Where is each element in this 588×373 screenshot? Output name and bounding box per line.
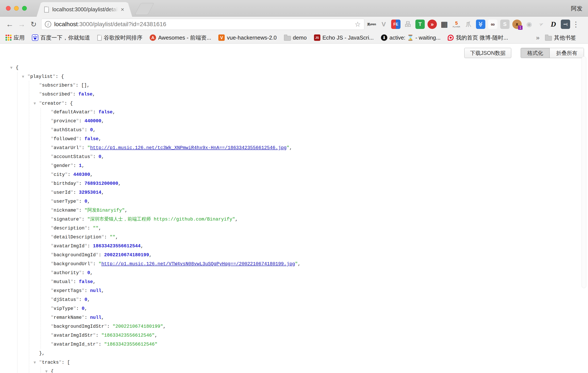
json-key: authority xyxy=(53,270,79,276)
json-key-quote: " xyxy=(59,360,62,365)
json-colon: : xyxy=(93,261,98,267)
bookmark-vue-hackernews[interactable]: Vvue-hackernews-2.0 xyxy=(218,34,277,41)
json-node: "city": 440300, xyxy=(45,170,588,179)
json-node: "avatarImgId": 18633423556612544, xyxy=(45,242,588,251)
double-down-icon[interactable]: ≫ xyxy=(476,20,485,29)
scrollbar-thumb[interactable] xyxy=(582,56,586,288)
json-key-quote: " xyxy=(51,324,53,329)
ellipsis-box-icon[interactable]: •••| xyxy=(561,20,570,29)
close-window-button[interactable] xyxy=(6,6,11,11)
bookmark-apps[interactable]: 应用 xyxy=(6,34,25,42)
json-key-quote: " xyxy=(51,226,53,231)
json-node: "detailDescription": "", xyxy=(45,233,588,242)
back-button[interactable]: ← xyxy=(4,21,16,28)
bookmark-label: Awesomes - 前端资... xyxy=(158,34,211,42)
json-value: 0 xyxy=(82,306,84,311)
json-link[interactable]: http://p1.music.126.net/tc3Wk_XNPmwiR4hx… xyxy=(90,145,287,150)
json-comma: , xyxy=(116,234,118,240)
dark-d-icon[interactable]: D xyxy=(549,20,558,29)
hummingbird-icon[interactable]: ➢ xyxy=(536,20,546,29)
json-key-quote: " xyxy=(51,190,53,195)
collapse-toggle-icon[interactable]: ▼ xyxy=(45,367,51,373)
html5-player-icon[interactable]: 5PLAYER xyxy=(452,20,461,29)
monkey-icon[interactable]: ᴥ1 xyxy=(512,20,522,29)
json-key-quote: " xyxy=(51,118,53,124)
tampermonkey-icon[interactable]: T xyxy=(415,20,425,29)
json-colon: : xyxy=(87,226,93,231)
json-key: signature xyxy=(53,217,79,222)
reload-button[interactable]: ↻ xyxy=(28,21,40,28)
bookmark-active[interactable]: ⬇active: ⌛ - waiting... xyxy=(381,34,441,41)
weibo-gray-icon[interactable]: ◉ xyxy=(525,20,534,29)
json-comma: , xyxy=(84,306,87,311)
json-row: "authority": 0, xyxy=(45,269,588,277)
folder-icon xyxy=(284,36,291,41)
json-key-quote: " xyxy=(76,136,79,142)
fast-forward-icon[interactable]: » xyxy=(428,20,437,29)
bookmark-awesomes[interactable]: AAwesomes - 前端资... xyxy=(150,34,211,42)
browser-tab[interactable]: localhost:3000/playlist/detail? × xyxy=(37,2,132,17)
json-key-quote: " xyxy=(90,261,93,267)
vue-icon: V xyxy=(218,34,225,41)
json-comma: , xyxy=(82,163,84,169)
chrome-menu-icon[interactable]: ⋮ xyxy=(572,21,579,28)
profile-name[interactable]: 阿发 xyxy=(571,5,582,12)
json-key: tracks xyxy=(42,360,59,365)
json-comma: , xyxy=(90,270,93,276)
download-json-button[interactable]: 下载JSON数据 xyxy=(464,48,511,58)
translate-icon[interactable]: 英⇄en xyxy=(367,20,376,29)
bookmarks-overflow-icon[interactable]: » xyxy=(536,34,540,41)
json-node: "nickname": "阿发Binaryify", xyxy=(45,206,588,215)
minimize-window-button[interactable] xyxy=(14,6,19,11)
vue-devtools-icon[interactable]: V xyxy=(379,20,388,29)
json-close-bracket: }, xyxy=(39,351,45,356)
collapse-toggle-icon[interactable]: ▼ xyxy=(10,63,16,72)
json-node: "authStatus": 0, xyxy=(45,126,588,135)
json-colon: : xyxy=(87,244,93,249)
fe-icon[interactable]: FE xyxy=(391,20,400,29)
json-comma: , xyxy=(93,279,96,285)
paw-icon[interactable]: 爪 xyxy=(464,20,473,29)
s-icon[interactable]: S xyxy=(500,20,510,29)
json-value: "18633423556612546" xyxy=(101,333,155,338)
address-bar[interactable]: i localhost:3000/playlist/detail?id=2438… xyxy=(41,19,364,30)
qrcode-icon[interactable]: ▦ xyxy=(440,20,449,29)
bookmark-label: 谷歌按时间排序 xyxy=(104,34,142,42)
json-colon: : xyxy=(73,163,79,169)
json-key-quote: " xyxy=(51,234,53,240)
down-circle-icon: ⬇ xyxy=(381,34,387,41)
bookmark-baidu[interactable]: 百度一下，你就知道 xyxy=(32,34,90,42)
json-row: "backgroundImgIdStr": "2002210674180199"… xyxy=(45,322,588,331)
bookmark-demo[interactable]: demo xyxy=(284,34,307,41)
collapse-all-button[interactable]: 折叠所有 xyxy=(550,48,584,58)
json-colon: : xyxy=(82,217,87,222)
json-row: "detailDescription": "", xyxy=(45,233,588,242)
json-key-quote: " xyxy=(27,74,30,79)
json-link[interactable]: http://p1.music.126.net/VTW4vsN08vwL3uSQ… xyxy=(101,261,295,267)
bookmark-echojs[interactable]: JSEcho JS - JavaScri... xyxy=(314,34,374,41)
json-node: "remarkName": null, xyxy=(45,313,588,322)
page-info-icon[interactable]: i xyxy=(45,21,51,27)
json-row: "signature": "深圳市爱猫人士，前端工程师 https://gith… xyxy=(45,215,588,224)
json-key-quote: " xyxy=(51,270,53,276)
bookmark-star-icon[interactable]: ☆ xyxy=(355,20,361,28)
new-tab-button[interactable] xyxy=(135,3,154,15)
format-button[interactable]: 格式化 xyxy=(521,48,550,58)
json-comma: , xyxy=(101,154,104,160)
url-text[interactable]: localhost:3000/playlist/detail?id=243816… xyxy=(54,21,355,28)
bookmark-label: Echo JS - JavaScri... xyxy=(323,34,374,41)
bookmark-google-sort[interactable]: 谷歌按时间排序 xyxy=(97,34,142,42)
bookmark-weibo[interactable]: 我的首页 微博-随时... xyxy=(448,34,508,42)
zoom-window-button[interactable] xyxy=(22,6,27,11)
collapse-toggle-icon[interactable]: ▼ xyxy=(34,358,39,367)
sitemap-icon[interactable]: 品 xyxy=(403,20,413,29)
json-key: djStatus xyxy=(53,297,76,302)
weibo-icon xyxy=(448,35,454,41)
json-key-quote: " xyxy=(76,208,79,213)
tab-close-icon[interactable]: × xyxy=(121,7,124,12)
mask-icon[interactable]: ∞ xyxy=(488,20,497,29)
collapse-toggle-icon[interactable]: ▼ xyxy=(22,72,27,81)
json-comma: , xyxy=(289,145,292,150)
other-bookmarks-folder[interactable]: 其他书签 xyxy=(545,34,576,42)
collapse-toggle-icon[interactable]: ▼ xyxy=(34,99,39,108)
